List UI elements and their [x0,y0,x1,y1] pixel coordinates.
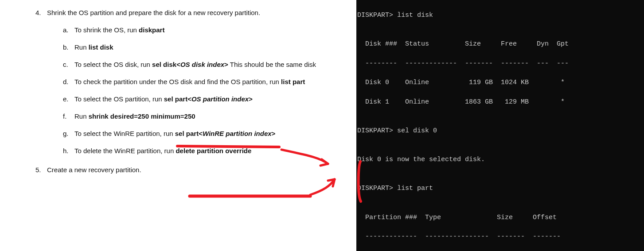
substep-cmd: sel part [175,130,199,137]
substep-number: a. [63,26,69,34]
angle-bracket: < [187,95,191,103]
terminal-line: DISKPART> sel disk 0 [357,126,643,136]
terminal-line: DISKPART> list disk [357,11,643,20]
substep-text: To select the OS partition, run [74,95,164,103]
substep-number: b. [63,43,69,51]
terminal-line: DISKPART> list part [357,184,643,193]
substep-text: To select the WinRE partition, run [74,130,175,137]
terminal-pane: DISKPART> list disk Disk ### Status Size… [356,0,644,251]
angle-bracket: < [176,61,180,68]
angle-bracket: < [199,130,203,137]
substep-h: h. To delete the WinRE partition, run de… [63,147,352,154]
substep-number: g. [63,130,69,137]
substep-cmd: sel part [164,95,187,103]
substep-post: This should be the same disk [228,61,316,68]
angle-bracket: > [272,130,276,137]
angle-bracket: > [249,95,253,103]
substep-number: h. [63,147,69,154]
substep-cmd: delete partition override [176,147,251,154]
terminal-line: Disk ### Status Size Free Dyn Gpt [357,39,643,49]
terminal-line: Partition ### Type Size Offset [357,213,643,223]
substep-cmd: list disk [89,43,113,51]
terminal-line: Disk 1 Online 1863 GB 129 MB * [357,97,643,107]
substep-number: c. [63,61,68,68]
step-4: 4. Shrink the OS partition and prepare t… [35,9,352,154]
terminal-line: Disk 0 is now the selected disk. [357,155,643,165]
substep-e: e. To select the OS partition, run sel p… [63,95,352,103]
terminal-line: -------- ------------- ------- ------- -… [357,59,643,69]
substep-arg: WinRE partition index [203,130,272,137]
substep-number: f. [63,112,66,120]
step-number: 4. [35,9,41,16]
instructions-pane: 4. Shrink the OS partition and prepare t… [0,0,356,251]
substep-g: g. To select the WinRE partition, run se… [63,130,352,137]
substep-b: b. Run list disk [63,43,352,51]
substep-d: d. To check the partition under the OS d… [63,78,352,85]
terminal-line: Disk 0 Online 119 GB 1024 KB * [357,78,643,88]
substep-number: e. [63,95,69,103]
substep-text: Run [74,43,89,51]
substep-text: To check the partition under the OS disk… [74,78,281,85]
step-text: Shrink the OS partition and prepare the … [47,9,260,16]
substep-text: To shrink the OS, run [74,26,139,34]
substep-number: d. [63,78,69,85]
substep-cmd: diskpart [139,26,164,34]
substep-arg: OS disk index [180,61,224,68]
substep-cmd: sel disk [152,61,176,68]
step-number: 5. [35,166,41,174]
substep-text: Run [74,112,89,120]
substep-text: To select the OS disk, run [74,61,152,68]
substep-c: c. To select the OS disk, run sel disk<O… [63,61,352,68]
terminal-line: ------------- ---------------- ------- -… [357,232,643,242]
step-5: 5. Create a new recovery partition. [35,166,352,174]
substep-arg: OS partition index [191,95,249,103]
substep-f: f. Run shrink desired=250 minimum=250 [63,112,352,120]
substep-cmd: shrink desired=250 minimum=250 [89,112,195,120]
step-text: Create a new recovery partition. [47,166,141,174]
substep-cmd: list part [281,78,305,85]
substep-a: a. To shrink the OS, run diskpart [63,26,352,34]
angle-bracket: > [224,61,228,68]
substep-text: To delete the WinRE partition, run [74,147,176,154]
